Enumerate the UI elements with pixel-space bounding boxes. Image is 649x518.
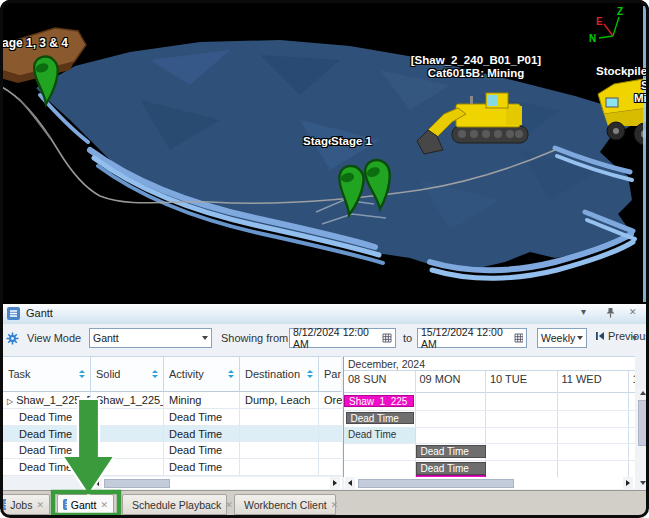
cell-parcel[interactable]	[319, 459, 342, 476]
tab-close-icon[interactable]: ✕	[36, 500, 44, 510]
tab-label: Jobs	[10, 499, 32, 511]
compass-e-label: E	[596, 16, 603, 27]
row-gridline	[344, 443, 635, 444]
label-stage-134: Stage 1, 3 & 4	[0, 36, 68, 50]
gantt-h-scrollbar[interactable]	[344, 477, 635, 489]
panel-pin-icon[interactable]	[605, 307, 616, 318]
cell-parcel[interactable]	[319, 426, 342, 443]
scroll-down-button[interactable]	[636, 478, 649, 488]
tab-close-icon[interactable]: ✕	[100, 500, 108, 510]
to-date-input[interactable]: 15/12/2024 12:00 AM	[417, 328, 527, 348]
gantt-bar-task[interactable]: Shaw_1_225_B01_	[344, 395, 414, 408]
label-stockpile: Stockpile	[596, 65, 647, 77]
scrollbar-thumb[interactable]	[104, 479, 170, 488]
tab-close-icon[interactable]: ✕	[331, 500, 339, 510]
view-mode-select[interactable]: Gantt	[89, 328, 212, 348]
scroll-left-button[interactable]	[345, 477, 355, 489]
settings-gear-icon[interactable]	[6, 332, 19, 345]
expand-icon[interactable]: ▷	[7, 397, 13, 406]
to-date-value: 15/12/2024 12:00 AM	[421, 326, 514, 350]
tab-schedule-playback[interactable]: Schedule Playback ✕	[122, 494, 227, 515]
cell-destination[interactable]	[240, 426, 319, 443]
mine-3d-scene[interactable]: Z E N	[0, 0, 649, 304]
tab-gantt[interactable]: Gantt ✕	[57, 494, 114, 515]
sort-icons	[307, 370, 313, 378]
cell-solid[interactable]	[91, 442, 164, 459]
panel-close-icon[interactable]: ✕	[629, 307, 637, 317]
day-header: 08 SUN	[344, 371, 414, 387]
cell-destination[interactable]: Dump, Leach	[240, 392, 319, 409]
timeline-subheader	[344, 387, 635, 393]
cell-destination[interactable]	[240, 459, 319, 476]
table-row[interactable]: Dead Time Dead Time	[3, 442, 342, 459]
tab-label: Gantt	[71, 499, 97, 511]
compass-n-label: N	[589, 33, 596, 44]
chevron-down-icon	[202, 336, 208, 340]
gantt-panel: Gantt ▾ ✕ View Mode Gantt	[0, 304, 649, 490]
column-header-parcel[interactable]: Parce	[319, 356, 341, 392]
showing-from-label: Showing from	[221, 332, 288, 344]
gantt-v-scrollbar[interactable]	[636, 387, 649, 489]
sort-icons	[152, 370, 158, 378]
cell-activity[interactable]: Mining	[164, 392, 240, 409]
column-header-destination[interactable]: Destination	[240, 356, 319, 392]
panel-collapse-icon[interactable]: ▾	[581, 306, 586, 317]
panel-menu-icon[interactable]	[7, 307, 20, 320]
table-row-selected[interactable]: Dead Time Dead Time	[3, 426, 342, 443]
tab-jobs[interactable]: Jobs ✕	[0, 494, 50, 515]
toolbar-overflow-icon[interactable]: ▾	[632, 332, 637, 343]
cell-parcel[interactable]: Ore, W	[319, 392, 342, 409]
interval-select[interactable]: Weekly	[537, 328, 587, 348]
table-row[interactable]: ▷Shaw_1_225_B01 Shaw_1_225_B01 Mining Du…	[3, 392, 342, 409]
cell-parcel[interactable]	[319, 409, 342, 426]
gantt-bar-dead-time[interactable]: Dead Time	[346, 412, 414, 425]
scroll-right-button[interactable]	[623, 477, 633, 489]
previous-week-button[interactable]: Previous Week	[595, 330, 649, 342]
cell-task[interactable]: Dead Time	[3, 459, 91, 476]
cell-activity[interactable]: Dead Time	[164, 442, 240, 459]
column-label: Activity	[169, 368, 204, 380]
cell-destination[interactable]	[240, 442, 319, 459]
column-header-activity[interactable]: Activity	[164, 356, 240, 392]
cell-task[interactable]: Dead Time	[3, 442, 91, 459]
cell-destination[interactable]	[240, 409, 319, 426]
row-gridline	[344, 460, 635, 461]
cell-solid[interactable]: Shaw_1_225_B01	[91, 392, 164, 409]
cell-parcel[interactable]	[319, 442, 342, 459]
label-stockpile-frag2: S	[641, 79, 649, 91]
cell-activity[interactable]: Dead Time	[164, 459, 240, 476]
table-row[interactable]: Dead Time Dead Time	[3, 409, 342, 426]
scrollbar-thumb[interactable]	[358, 479, 514, 488]
label-shaw-equipment: Cat6015B: Mining	[402, 67, 550, 79]
cell-solid[interactable]	[91, 459, 164, 476]
mine-3d-viewport[interactable]: Z E N Stage 1, 3 & 4 [Shaw_2_240_B01_P01…	[0, 0, 649, 304]
column-label: Parce	[324, 368, 341, 380]
view-mode-value: Gantt	[93, 332, 119, 344]
table-row[interactable]: Dead Time Dead Time	[3, 459, 342, 476]
viewport-border-highlight	[643, 6, 646, 302]
table-h-scrollbar[interactable]	[90, 477, 342, 489]
scroll-left-button[interactable]	[92, 477, 102, 489]
scrollbar-thumb[interactable]	[638, 400, 648, 446]
from-date-input[interactable]: 8/12/2024 12:00 AM	[289, 328, 396, 348]
gantt-panel-titlebar: Gantt ▾ ✕	[1, 304, 649, 325]
gantt-timeline[interactable]: December, 2024 08 SUN 09 MON 10 TUE 11 W…	[343, 356, 635, 477]
cell-task[interactable]: Dead Time	[3, 409, 91, 426]
timeline-month-header: December, 2024	[344, 357, 635, 371]
cell-task[interactable]: ▷Shaw_1_225_B01	[3, 392, 91, 409]
cell-task[interactable]: Dead Time	[3, 426, 91, 443]
column-header-task[interactable]: Task	[3, 356, 91, 392]
cell-activity[interactable]: Dead Time	[164, 426, 240, 443]
cell-solid[interactable]	[91, 409, 164, 426]
tab-close-icon[interactable]: ✕	[225, 500, 233, 510]
column-header-solid[interactable]: Solid	[91, 356, 164, 392]
scroll-right-button[interactable]	[330, 477, 340, 489]
cell-text: Shaw_1_225_B01	[16, 394, 91, 406]
cell-solid[interactable]	[91, 426, 164, 443]
gantt-bar-dead-time-selected[interactable]: Dead Time	[344, 427, 415, 443]
cell-activity[interactable]: Dead Time	[164, 409, 240, 426]
tab-workbench-client[interactable]: Workbench Client ✕	[234, 494, 336, 515]
gantt-bar-dead-time[interactable]: Dead Time	[416, 462, 486, 475]
scroll-up-button[interactable]	[636, 388, 649, 398]
gantt-bar-dead-time[interactable]: Dead Time	[416, 445, 486, 458]
